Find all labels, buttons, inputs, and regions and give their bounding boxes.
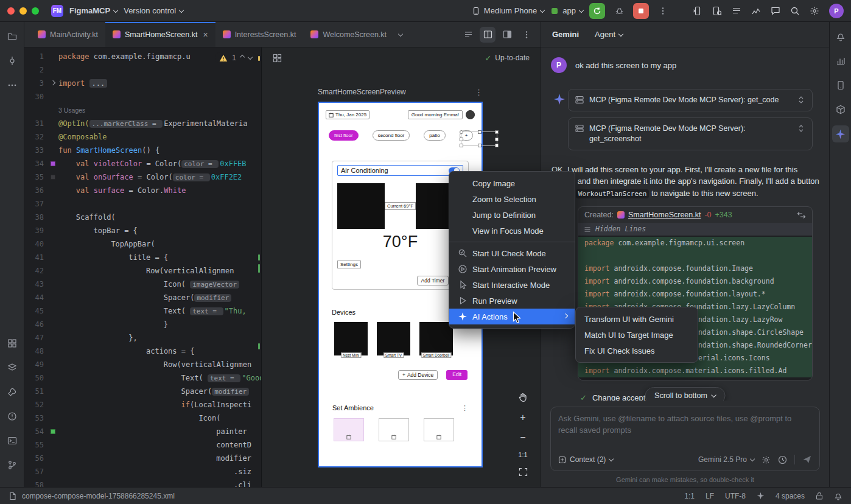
fold-arrow-icon[interactable] xyxy=(51,80,55,85)
feedback-button[interactable] xyxy=(771,6,780,16)
resize-handle[interactable] xyxy=(495,144,499,147)
menu-item-start-ui-check-mode[interactable]: Start UI Check Mode xyxy=(449,245,575,261)
profiler-button[interactable] xyxy=(751,6,761,16)
statusbar-file[interactable]: compose-compose-model-1758866285245.xml xyxy=(22,492,175,500)
chat-settings-button[interactable] xyxy=(762,455,771,464)
editor-tab-welcomescreen-kt[interactable]: WelcomeScreen.kt xyxy=(303,22,394,47)
preview-options-button[interactable]: ⋮ xyxy=(475,88,483,96)
resource-manager-button[interactable] xyxy=(4,359,21,376)
ai-status-icon[interactable] xyxy=(757,492,765,500)
editor-options-button[interactable] xyxy=(519,27,534,43)
resize-handle[interactable] xyxy=(460,144,463,147)
menu-item-jump-to-definition[interactable]: Jump to Definition xyxy=(449,207,575,223)
run-config-selector[interactable]: app xyxy=(550,6,583,15)
resize-handle[interactable] xyxy=(495,138,499,141)
project-toolwindow-button[interactable] xyxy=(4,28,21,45)
running-devices-button[interactable] xyxy=(712,6,722,16)
editor-tab-mainactivity-kt[interactable]: MainActivity.kt xyxy=(30,22,105,47)
device-selector[interactable]: Medium Phone xyxy=(472,6,544,15)
tab-gemini[interactable]: Gemini xyxy=(552,30,579,39)
created-file-link[interactable]: SmartHomeScreen.kt xyxy=(628,211,701,219)
split-view-button[interactable] xyxy=(480,27,496,43)
menu-item-start-interactive-mode[interactable]: Start Interactive Mode xyxy=(449,277,575,293)
menu-item-start-animation-preview[interactable]: Start Animation Preview xyxy=(449,261,575,277)
menu-item-transform-ui-with-gemini[interactable]: Transform UI with Gemini xyxy=(576,311,698,327)
more-run-actions-button[interactable] xyxy=(655,3,671,19)
lock-icon[interactable] xyxy=(816,492,823,500)
hidden-lines-row[interactable]: Hidden Lines xyxy=(578,223,812,236)
chat-input[interactable]: Ask Gemini, use @filename to attach sour… xyxy=(550,407,820,471)
maximize-window-button[interactable] xyxy=(32,7,39,15)
menu-item-match-ui-to-target-image[interactable]: Match UI to Target Image xyxy=(576,327,698,343)
gemini-toolwindow-button[interactable] xyxy=(832,125,849,142)
file-encoding[interactable]: UTF-8 xyxy=(725,492,746,500)
zoom-to-fit-button[interactable] xyxy=(516,465,530,478)
stripe-change-mark[interactable] xyxy=(258,254,260,261)
selected-element-box[interactable] xyxy=(461,131,497,146)
more-toolwindows-button[interactable] xyxy=(4,77,21,94)
project-selector[interactable]: FigmaMCP xyxy=(69,6,117,15)
notifications-button[interactable] xyxy=(832,28,849,45)
debug-button[interactable] xyxy=(611,3,627,19)
code-editor[interactable]: 1package com.example.figmamcp.u23import … xyxy=(24,47,262,487)
logcat-button[interactable] xyxy=(732,6,741,16)
menu-item-fix-ui-check-issues[interactable]: Fix UI Check Issues xyxy=(576,343,698,359)
open-diff-button[interactable] xyxy=(797,211,806,219)
problems-toolwindow-button[interactable] xyxy=(4,408,21,425)
resize-handle[interactable] xyxy=(495,130,499,134)
hidden-tabs-dropdown[interactable] xyxy=(394,22,407,47)
menu-item-zoom-to-selection[interactable]: Zoom to Selection xyxy=(449,191,575,207)
indent-setting[interactable]: 4 spaces xyxy=(776,492,805,500)
menu-item-ai-actions[interactable]: AI Actions xyxy=(449,309,575,324)
terminal-toolwindow-button[interactable] xyxy=(4,432,21,449)
inspection-widget[interactable]: 1 xyxy=(215,52,256,63)
commit-toolwindow-button[interactable] xyxy=(4,52,21,69)
device-mirroring-button[interactable] xyxy=(693,6,702,16)
usages-hint[interactable]: 3 Usages xyxy=(58,107,85,114)
color-swatch[interactable] xyxy=(51,429,55,434)
resize-handle[interactable] xyxy=(478,130,482,134)
device-manager-button[interactable] xyxy=(832,77,849,94)
stripe-change-mark[interactable] xyxy=(258,343,260,349)
scroll-to-bottom-button[interactable]: Scroll to bottom xyxy=(645,387,726,401)
color-swatch[interactable] xyxy=(51,175,55,180)
settings-button[interactable] xyxy=(810,6,819,16)
user-avatar[interactable]: P xyxy=(829,4,844,18)
stop-button[interactable] xyxy=(633,3,649,19)
ui-check-mode-button[interactable] xyxy=(273,54,282,63)
tool-call-chip[interactable]: MCP (Figma Remote Dev Mode MCP Server): … xyxy=(568,117,813,150)
version-control-toolwindow-button[interactable] xyxy=(4,457,21,474)
stripe-warning-mark[interactable] xyxy=(258,56,260,61)
tab-agent[interactable]: Agent xyxy=(595,30,623,39)
close-icon[interactable]: × xyxy=(203,30,208,40)
pan-button[interactable] xyxy=(516,391,530,404)
color-swatch[interactable] xyxy=(51,161,55,166)
model-selector[interactable]: Gemini 2.5 Pro xyxy=(698,455,754,464)
close-window-button[interactable] xyxy=(7,7,15,15)
editor-tab-smarthomescreen-kt[interactable]: SmartHomeScreen.kt× xyxy=(105,22,215,47)
chat-history-button[interactable] xyxy=(778,455,787,464)
editor-tab-interestsscreen-kt[interactable]: InterestsScreen.kt xyxy=(215,22,304,47)
zoom-out-button[interactable]: − xyxy=(516,431,530,444)
search-everywhere-button[interactable] xyxy=(790,6,800,16)
caret-position[interactable]: 1:1 xyxy=(684,492,695,500)
build-variants-button[interactable] xyxy=(832,101,849,118)
menu-item-copy-image[interactable]: Copy Image xyxy=(449,175,575,191)
device-explorer-button[interactable] xyxy=(4,335,21,352)
vcs-widget[interactable]: Version control xyxy=(124,6,183,15)
menu-item-run-preview[interactable]: Run Preview xyxy=(449,293,575,309)
profiler-toolwindow-button[interactable] xyxy=(832,52,849,69)
resize-handle[interactable] xyxy=(478,144,482,147)
run-button[interactable] xyxy=(589,3,605,19)
send-button[interactable] xyxy=(802,455,812,464)
code-view-button[interactable] xyxy=(460,27,476,43)
build-toolwindow-button[interactable] xyxy=(4,383,21,401)
zoom-to-100-button[interactable]: 1:1 xyxy=(518,451,527,458)
minimize-window-button[interactable] xyxy=(19,7,27,15)
stripe-change-mark[interactable] xyxy=(258,264,260,273)
context-selector[interactable]: Context (2) xyxy=(558,455,613,464)
resize-handle[interactable] xyxy=(460,130,463,134)
tool-call-chip[interactable]: MCP (Figma Remote Dev Mode MCP Server): … xyxy=(568,89,813,111)
zoom-in-button[interactable]: + xyxy=(516,411,530,424)
design-view-button[interactable] xyxy=(499,27,515,43)
